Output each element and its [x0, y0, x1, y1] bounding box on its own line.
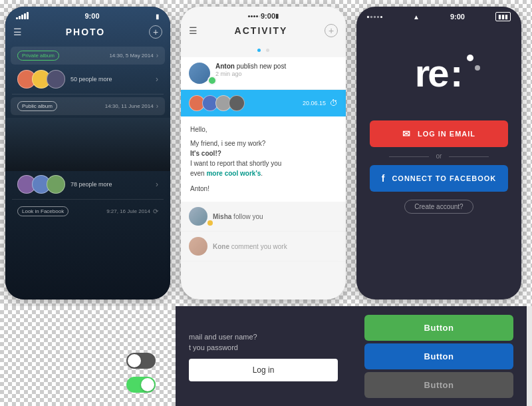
follow-avatar-1: [189, 207, 207, 226]
phone2-battery: ▮: [275, 13, 279, 19]
follow-avatar-2: [189, 237, 207, 256]
phone3-status-bar: ▲ 9:00 ▮▮▮: [356, 7, 521, 24]
fb-chevron-icon: ⟳: [153, 208, 158, 215]
bottom-modal-panel: mail and user name? t you password Log i…: [176, 306, 351, 406]
album1-avatars: 50 people more ›: [11, 67, 165, 91]
phone2-add-button[interactable]: +: [325, 24, 338, 37]
phone3-container: ▲ 9:00 ▮▮▮ re : ✉ LOG IN EMAIL or f: [356, 7, 521, 300]
connect-facebook-button[interactable]: f CONNECT TO FACEBOOK: [370, 165, 508, 192]
page-indicator: [181, 43, 346, 55]
toggles-area: [126, 353, 156, 393]
phone1-title: PHOTO: [22, 27, 149, 37]
activity-item-1[interactable]: Anton publish new post 2 min ago: [181, 57, 346, 90]
signal-icon: [16, 13, 29, 19]
album1-tag: Private album: [17, 51, 59, 61]
activity-user-1: Anton: [215, 63, 235, 70]
re-logo-text: re: [415, 51, 448, 95]
phone1-header: ☰ PHOTO +: [5, 23, 170, 44]
re-logo-wrapper: re :: [415, 51, 464, 95]
sample-button-gray[interactable]: Button: [364, 372, 513, 398]
activity-text-1: Anton publish new post 2 min ago: [215, 63, 338, 77]
album2-row[interactable]: Public album 14:30, 11 June 2014 ›: [11, 97, 165, 115]
message-greeting: Hello,: [190, 124, 336, 134]
facebook-album-row[interactable]: Look in Facebook 9:27, 16 Jule 2014 ⟳: [11, 202, 165, 220]
facebook-tag: Look in Facebook: [17, 206, 68, 216]
phone3-wifi: ▲: [413, 13, 420, 21]
bottom-area: mail and user name? t you password Log i…: [0, 306, 532, 406]
album2-people-count: 78 people more: [70, 181, 112, 188]
phone1-time: 9:00: [84, 12, 99, 20]
phone2-time: 9:00: [261, 12, 275, 20]
group-avatars: [189, 95, 242, 111]
follow-avatar-wrapper-1: [189, 207, 213, 226]
add-button[interactable]: +: [149, 25, 162, 39]
battery-icon: ▮: [156, 13, 160, 20]
phone2-signal: [248, 15, 261, 17]
album1-people-count: 50 people more: [70, 76, 112, 83]
login-email-button[interactable]: ✉ LOG IN EMAIL: [370, 120, 508, 147]
activity-avatar-wrapper: [189, 63, 215, 84]
album2-tag: Public album: [17, 101, 57, 111]
phone2-status-bar: 9:00 ▮: [181, 7, 346, 21]
or-divider: or: [356, 152, 521, 160]
group-date: 20.06.15: [242, 100, 326, 106]
album1-date: 14:30, 5 May 2014: [63, 53, 154, 59]
facebook-icon: f: [382, 173, 386, 184]
group-activity-row[interactable]: 20.06.15 ⏱: [181, 90, 346, 116]
modal-text-area: mail and user name? t you password: [189, 331, 338, 353]
phone2-header: ☰ ACTIVITY +: [181, 21, 346, 43]
bottom-left-panel: [0, 306, 176, 406]
login-email-label: LOG IN EMAIL: [418, 130, 475, 138]
divider: [12, 94, 164, 95]
bottom-right-panel: Button Button Button: [351, 306, 527, 406]
follow-item-1[interactable]: Misha follow you: [181, 202, 346, 232]
toggle-off[interactable]: [126, 353, 156, 369]
avatar: [47, 70, 65, 89]
message-line2: It's cool!?: [190, 148, 336, 158]
follow-item-2[interactable]: Kone comment you work: [181, 232, 346, 262]
activity-action-1: publish new post: [235, 63, 286, 70]
toggle-knob-on: [141, 378, 154, 391]
modal-line2: t you password: [189, 343, 238, 351]
follow-avatar-wrapper-2: [189, 237, 213, 256]
phone1-container: 9:00 ▮ ☰ PHOTO + Private album 14:30, 5 …: [5, 7, 170, 300]
online-badge: [207, 76, 217, 85]
toggle-on[interactable]: [126, 377, 156, 393]
album2-chevron-icon: ›: [156, 102, 158, 110]
message-line4: even more cool work's.: [190, 168, 336, 178]
create-account-button[interactable]: Create account?: [404, 200, 473, 214]
album1-row[interactable]: Private album 14:30, 5 May 2014 ›: [11, 47, 165, 65]
phone3-signal: [367, 16, 382, 18]
follow-text-2: Kone comment you work: [213, 243, 287, 250]
email-icon: ✉: [402, 128, 411, 139]
message-line3: I want to report that shortly you: [190, 158, 336, 168]
logo-dot1: [467, 55, 473, 61]
menu-icon[interactable]: ☰: [13, 27, 22, 37]
city-background: [5, 118, 170, 171]
album1-chevron-icon: ›: [156, 52, 158, 59]
clock-icon: ⏱: [330, 99, 338, 108]
toggle-knob-off: [128, 354, 141, 367]
album2-date: 14:30, 11 June 2014: [61, 103, 154, 109]
message-line1: My friend, i see my work?: [190, 138, 336, 148]
phone3-time: 9:00: [450, 13, 465, 21]
modal-line1: mail and user name?: [189, 333, 257, 341]
phone2-menu-icon[interactable]: ☰: [189, 25, 198, 36]
badge-icon: [207, 220, 213, 226]
phone1-status-bar: 9:00 ▮: [5, 7, 170, 23]
login-input-button[interactable]: Log in: [189, 359, 338, 381]
message-card: Hello, My friend, i see my work? It's co…: [181, 116, 346, 202]
sample-button-blue[interactable]: Button: [364, 343, 513, 369]
create-account-area: Create account?: [356, 200, 521, 214]
message-sign: Anton!: [190, 184, 336, 194]
logo-dot2: [475, 65, 480, 71]
activity-time-1: 2 min ago: [215, 71, 242, 77]
people2-chevron-icon: ›: [156, 180, 158, 189]
people-chevron-icon: ›: [156, 75, 158, 84]
re-colon: :: [450, 51, 463, 95]
phone2-title: ACTIVITY: [198, 25, 325, 36]
phone3-battery: ▮▮▮: [495, 12, 511, 21]
connect-facebook-label: CONNECT TO FACEBOOK: [392, 174, 496, 182]
phone3-logo-area: re :: [356, 24, 521, 115]
sample-button-green[interactable]: Button: [364, 315, 513, 341]
